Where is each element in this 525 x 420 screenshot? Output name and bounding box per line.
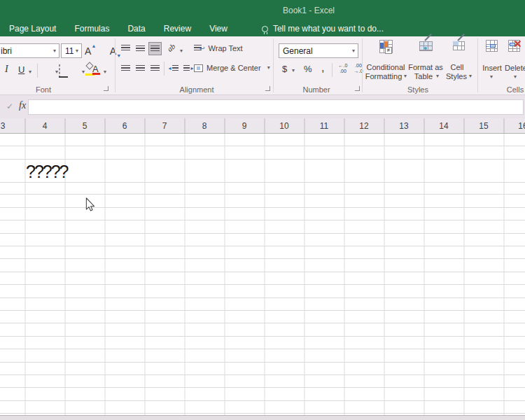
orientation-button[interactable]: ab: [165, 42, 176, 53]
grow-font-button[interactable]: A▲: [85, 46, 91, 57]
tell-me-box[interactable]: Tell me what you want to do...: [262, 24, 384, 34]
gridline: [0, 159, 525, 160]
underline-button[interactable]: U: [18, 64, 24, 75]
wrap-text-label: Wrap Text: [209, 44, 243, 52]
underline-dropdown-icon[interactable]: ▾: [29, 69, 31, 75]
tab-data[interactable]: Data: [127, 24, 145, 34]
borders-button-icon[interactable]: [59, 64, 60, 78]
wrap-arrow-icon: ↩: [200, 45, 205, 52]
number-format-value: General: [279, 46, 313, 56]
column-header-row[interactable]: 3 4 5 6 7 8 9 10 11 12 13 14 15 16: [0, 118, 525, 134]
bottom-strip: [0, 415, 525, 420]
number-group-label: Number: [302, 85, 330, 94]
italic-button[interactable]: I: [5, 64, 8, 75]
grow-font-letter: A: [85, 46, 91, 57]
delete-button-label[interactable]: Delete: [505, 64, 525, 72]
column-header[interactable]: 8: [202, 121, 207, 131]
font-color-button[interactable]: A: [92, 64, 99, 74]
align-center-button[interactable]: [134, 62, 147, 75]
align-right-button[interactable]: [148, 62, 162, 75]
conditional-formatting-label-1[interactable]: Conditional: [366, 63, 405, 71]
number-format-combo[interactable]: General ▾: [279, 43, 358, 58]
chevron-down-icon: ▾: [53, 48, 59, 54]
cell-with-text[interactable]: ?????: [25, 159, 68, 182]
align-left-button[interactable]: [119, 62, 132, 75]
tab-review[interactable]: Review: [164, 24, 191, 34]
column-header[interactable]: 13: [399, 121, 408, 131]
decrease-indent-button[interactable]: ◂: [167, 62, 180, 75]
column-header[interactable]: 3: [1, 121, 6, 131]
merge-center-button[interactable]: Merge & Center ▾: [193, 63, 271, 73]
column-header[interactable]: 11: [320, 121, 328, 131]
column-header[interactable]: 5: [83, 121, 88, 131]
wrap-text-button[interactable]: ↩ Wrap Text: [193, 43, 244, 53]
merge-center-dropdown-icon[interactable]: ▾: [267, 65, 270, 71]
indent-left-icon: ◂: [168, 65, 171, 71]
accounting-dropdown-icon[interactable]: ▾: [292, 68, 295, 74]
lines-icon: [183, 65, 190, 72]
alignment-group-label: Alignment: [180, 85, 214, 94]
insert-cells-icon[interactable]: ←: [486, 40, 498, 52]
cell-styles-dropdown-icon[interactable]: ▾: [469, 74, 472, 79]
group-divider: [273, 38, 274, 92]
formula-bar: ✓ fx: [0, 95, 525, 118]
not-equal-badge: ≠: [385, 47, 392, 54]
tab-view[interactable]: View: [209, 24, 227, 34]
align-top-icon: [121, 45, 130, 52]
cell-styles-icon[interactable]: [453, 41, 465, 50]
delete-dropdown-icon[interactable]: ▾: [514, 74, 517, 80]
accounting-format-button[interactable]: $: [282, 64, 287, 74]
align-middle-button[interactable]: [134, 42, 147, 55]
enter-check-icon[interactable]: ✓: [6, 102, 13, 111]
column-header[interactable]: 4: [43, 121, 48, 131]
format-as-table-dropdown-icon[interactable]: ▾: [436, 74, 439, 79]
excel-window: Book1 - Excel Page Layout Formulas Data …: [0, 0, 525, 420]
decrease-decimal-button[interactable]: .00 →.0: [351, 63, 365, 76]
tab-formulas[interactable]: Formulas: [74, 24, 109, 34]
format-as-table-icon[interactable]: [419, 41, 433, 51]
styles-group-label: Styles: [407, 85, 428, 94]
formula-input[interactable]: [28, 99, 524, 115]
divider: [37, 64, 38, 78]
alignment-dialog-launcher[interactable]: [265, 86, 270, 91]
format-as-table-label-2[interactable]: Table: [414, 72, 433, 80]
comma-style-button[interactable]: ,: [321, 62, 324, 74]
fill-color-dropdown-icon[interactable]: ▾: [82, 69, 85, 75]
column-header[interactable]: 7: [162, 121, 167, 131]
conditional-formatting-dropdown-icon[interactable]: ▾: [404, 74, 407, 79]
tab-page-layout[interactable]: Page Layout: [9, 24, 56, 34]
column-header[interactable]: 12: [359, 121, 368, 131]
insert-dropdown-icon[interactable]: ▾: [490, 74, 493, 80]
align-right-icon: [150, 65, 160, 72]
cell-styles-label-1[interactable]: Cell: [451, 63, 464, 71]
font-dialog-launcher[interactable]: [104, 86, 108, 91]
align-bottom-icon: [150, 46, 160, 52]
percent-style-button[interactable]: %: [304, 64, 312, 74]
align-top-button[interactable]: [119, 42, 132, 55]
conditional-formatting-icon[interactable]: ≠: [379, 40, 393, 53]
chevron-down-icon: ▾: [352, 48, 358, 54]
borders-dropdown-icon[interactable]: ▾: [55, 69, 58, 75]
cell-styles-label-2[interactable]: Styles: [446, 72, 467, 80]
font-size-combo[interactable]: 11 ▾: [61, 43, 82, 58]
column-header[interactable]: 15: [479, 121, 488, 131]
conditional-formatting-label-2[interactable]: Formatting: [365, 72, 402, 80]
format-as-table-label-1[interactable]: Format as: [408, 63, 443, 71]
increase-decimal-button[interactable]: ←.0 .00: [336, 63, 350, 76]
insert-function-fx-icon[interactable]: fx: [19, 100, 26, 111]
spreadsheet-grid[interactable]: [0, 134, 525, 420]
column-header[interactable]: 16: [518, 121, 525, 131]
orientation-dropdown-icon[interactable]: ▾: [180, 48, 183, 54]
window-title: Book1 - Excel: [283, 6, 335, 15]
column-header[interactable]: 9: [242, 121, 247, 131]
number-dialog-launcher[interactable]: [355, 86, 360, 91]
align-bottom-button[interactable]: [148, 42, 162, 55]
column-header[interactable]: 6: [122, 121, 127, 131]
column-header[interactable]: 10: [279, 121, 288, 131]
column-header[interactable]: 14: [439, 121, 448, 131]
font-color-dropdown-icon[interactable]: ▾: [104, 69, 106, 75]
align-middle-icon: [136, 46, 145, 52]
font-name-combo[interactable]: ibri ▾: [0, 43, 59, 58]
delete-cells-icon[interactable]: ✕: [508, 40, 520, 52]
insert-button-label[interactable]: Insert: [482, 64, 502, 72]
